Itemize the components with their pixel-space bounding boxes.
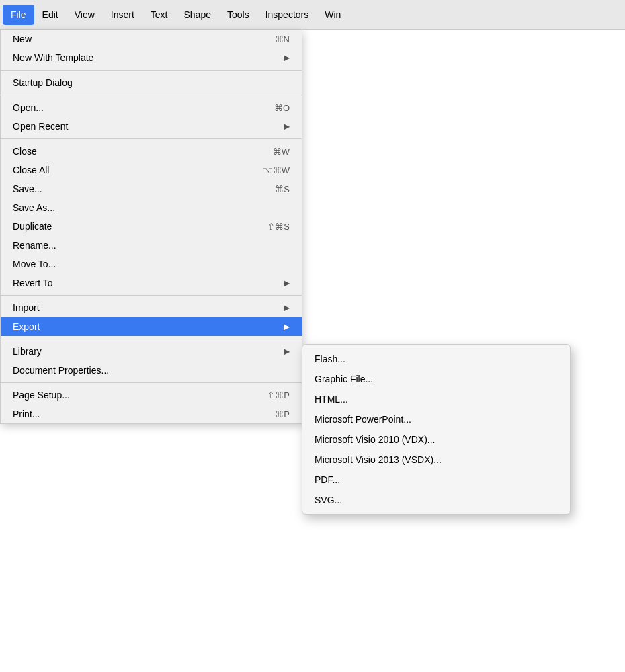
separator-3: [1, 138, 302, 139]
submenu-item-flash[interactable]: Flash...: [302, 349, 570, 369]
menu-item-page-setup[interactable]: Page Setup... ⇧⌘P: [1, 386, 302, 405]
menu-item-save-as[interactable]: Save As...: [1, 198, 302, 217]
submenu-arrow-export: ▶: [284, 322, 290, 331]
separator-2: [1, 95, 302, 95]
menu-item-duplicate[interactable]: Duplicate ⇧⌘S: [1, 217, 302, 236]
submenu-item-visio-2013[interactable]: Microsoft Visio 2013 (VSDX)...: [302, 450, 570, 470]
menubar-item-view[interactable]: View: [67, 5, 103, 25]
submenu-item-visio-2010[interactable]: Microsoft Visio 2010 (VDX)...: [302, 429, 570, 450]
menu-item-export[interactable]: Export ▶: [1, 317, 302, 336]
menu-item-save-shortcut: ⌘S: [275, 184, 290, 194]
menubar: File Edit View Insert Text Shape Tools I…: [0, 0, 625, 30]
menu-item-save-label: Save...: [13, 183, 255, 194]
menu-item-close-label: Close: [13, 146, 253, 157]
menu-item-close-all[interactable]: Close All ⌥⌘W: [1, 161, 302, 179]
menu-item-new-with-template[interactable]: New With Template ▶: [1, 48, 302, 67]
menu-item-library[interactable]: Library ▶: [1, 342, 302, 361]
menu-item-close[interactable]: Close ⌘W: [1, 142, 302, 161]
submenu-arrow-import: ▶: [284, 303, 290, 312]
separator-6: [1, 382, 302, 383]
submenu-item-svg[interactable]: SVG...: [302, 490, 570, 510]
submenu-item-pdf[interactable]: PDF...: [302, 470, 570, 490]
separator-1: [1, 70, 302, 71]
menu-item-rename-label: Rename...: [13, 240, 290, 251]
submenu-item-powerpoint[interactable]: Microsoft PowerPoint...: [302, 409, 570, 429]
menubar-item-shape[interactable]: Shape: [175, 5, 218, 25]
menu-item-document-properties-label: Document Properties...: [13, 365, 290, 376]
menubar-item-file[interactable]: File: [3, 5, 34, 25]
submenu-arrow-library: ▶: [284, 347, 290, 356]
menu-item-startup-dialog[interactable]: Startup Dialog: [1, 73, 302, 92]
menubar-item-inspectors[interactable]: Inspectors: [257, 5, 317, 25]
menu-item-move-to[interactable]: Move To...: [1, 255, 302, 274]
menu-item-duplicate-shortcut: ⇧⌘S: [267, 222, 290, 232]
file-menu-dropdown: New ⌘N New With Template ▶ Startup Dialo…: [0, 30, 302, 424]
menu-item-revert-to-label: Revert To: [13, 278, 284, 288]
menu-item-print-shortcut: ⌘P: [275, 409, 290, 419]
menu-item-save[interactable]: Save... ⌘S: [1, 179, 302, 198]
menu-item-new-with-template-label: New With Template: [13, 52, 284, 63]
menu-item-close-all-label: Close All: [13, 165, 243, 175]
menu-item-print-label: Print...: [13, 409, 255, 419]
menu-item-open-recent-label: Open Recent: [13, 121, 284, 132]
separator-5: [1, 339, 302, 339]
menu-item-move-to-label: Move To...: [13, 259, 290, 269]
menu-item-library-label: Library: [13, 346, 284, 357]
menu-item-new-shortcut: ⌘N: [275, 34, 290, 44]
submenu-arrow-open-recent: ▶: [284, 122, 290, 131]
menu-item-page-setup-shortcut: ⇧⌘P: [267, 390, 290, 401]
menubar-item-tools[interactable]: Tools: [219, 5, 257, 25]
menu-item-startup-dialog-label: Startup Dialog: [13, 77, 290, 88]
menu-item-export-label: Export: [13, 321, 284, 332]
menubar-item-win[interactable]: Win: [317, 5, 349, 25]
menubar-item-text[interactable]: Text: [142, 5, 176, 25]
menu-item-close-shortcut: ⌘W: [273, 146, 290, 157]
menu-item-duplicate-label: Duplicate: [13, 221, 247, 232]
menu-item-revert-to[interactable]: Revert To ▶: [1, 274, 302, 292]
submenu-item-graphic-file[interactable]: Graphic File...: [302, 369, 570, 389]
submenu-item-html[interactable]: HTML...: [302, 389, 570, 409]
separator-4: [1, 295, 302, 296]
menu-item-import-label: Import: [13, 302, 284, 313]
menu-item-new-label: New: [13, 34, 255, 44]
menubar-item-edit[interactable]: Edit: [34, 5, 67, 25]
main-area: New ⌘N New With Template ▶ Startup Dialo…: [0, 30, 625, 672]
menu-item-open-label: Open...: [13, 102, 254, 113]
menu-item-document-properties[interactable]: Document Properties...: [1, 361, 302, 380]
menubar-item-insert[interactable]: Insert: [103, 5, 142, 25]
menu-item-import[interactable]: Import ▶: [1, 298, 302, 317]
menu-item-open-shortcut: ⌘O: [274, 103, 290, 113]
menu-item-open-recent[interactable]: Open Recent ▶: [1, 117, 302, 136]
submenu-arrow-revert-to: ▶: [284, 278, 290, 288]
menu-item-open[interactable]: Open... ⌘O: [1, 98, 302, 117]
menu-item-print[interactable]: Print... ⌘P: [1, 405, 302, 423]
menu-item-rename[interactable]: Rename...: [1, 236, 302, 255]
menu-item-page-setup-label: Page Setup...: [13, 390, 247, 401]
submenu-arrow-new-with-template: ▶: [284, 53, 290, 62]
menu-item-new[interactable]: New ⌘N: [1, 30, 302, 48]
menu-item-close-all-shortcut: ⌥⌘W: [263, 165, 290, 175]
export-submenu: Flash... Graphic File... HTML... Microso…: [302, 344, 571, 515]
menu-item-save-as-label: Save As...: [13, 202, 290, 213]
